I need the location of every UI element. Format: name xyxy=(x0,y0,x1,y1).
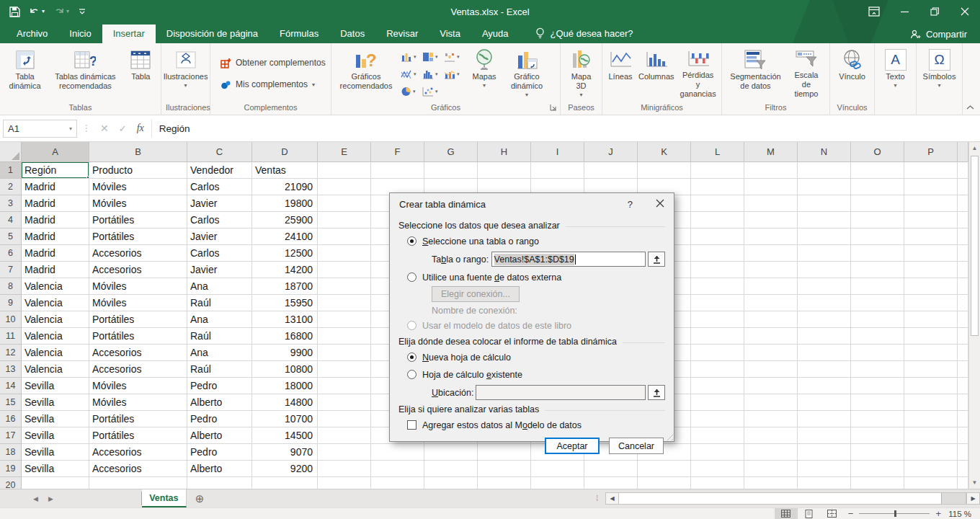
cell-K1[interactable] xyxy=(638,162,691,179)
cell-G19[interactable] xyxy=(424,461,478,477)
cell-L14[interactable] xyxy=(691,378,744,394)
cell-partial-13[interactable] xyxy=(958,361,968,378)
cell-D20[interactable] xyxy=(252,477,318,489)
accept-button[interactable]: Aceptar xyxy=(545,438,600,454)
cell-partial-14[interactable] xyxy=(958,378,968,394)
row-header-11[interactable]: 11 xyxy=(0,328,22,345)
cell-O6[interactable] xyxy=(851,245,904,262)
cell-partial-15[interactable] xyxy=(958,394,968,411)
column-header-G[interactable]: G xyxy=(424,142,478,162)
cell-C3[interactable]: Javier xyxy=(187,195,252,212)
dialog-help-icon[interactable]: ? xyxy=(628,199,633,210)
column-header-N[interactable]: N xyxy=(798,142,851,162)
cell-L11[interactable] xyxy=(691,328,744,345)
cell-M8[interactable] xyxy=(744,278,798,295)
cell-E14[interactable] xyxy=(318,378,371,394)
cell-A2[interactable]: Madrid xyxy=(22,179,89,195)
cell-D17[interactable]: 14500 xyxy=(252,427,318,444)
cell-F19[interactable] xyxy=(371,461,424,477)
cell-C7[interactable]: Javier xyxy=(187,262,252,278)
dialog-titlebar[interactable]: Crear tabla dinámica ? xyxy=(390,193,674,215)
radio-off-icon[interactable] xyxy=(407,272,416,282)
cell-L16[interactable] xyxy=(691,411,744,427)
cell-A5[interactable]: Madrid xyxy=(22,229,89,245)
cell-L9[interactable] xyxy=(691,295,744,311)
cell-P10[interactable] xyxy=(904,311,958,328)
checkbox-add-to-data-model[interactable]: Agregar estos datos al Modelo de datos xyxy=(407,418,665,432)
cell-N9[interactable] xyxy=(798,295,851,311)
cell-B19[interactable]: Accesorios xyxy=(89,461,187,477)
cell-O15[interactable] xyxy=(851,394,904,411)
cell-C20[interactable] xyxy=(187,477,252,489)
cell-M15[interactable] xyxy=(744,394,798,411)
cell-D16[interactable]: 10700 xyxy=(252,411,318,427)
column-header-P[interactable]: P xyxy=(904,142,958,162)
cell-D1[interactable]: Ventas xyxy=(252,162,318,179)
cell-C5[interactable]: Javier xyxy=(187,229,252,245)
cell-N12[interactable] xyxy=(798,345,851,361)
cell-L7[interactable] xyxy=(691,262,744,278)
cell-P18[interactable] xyxy=(904,444,958,461)
cell-partial-16[interactable] xyxy=(958,411,968,427)
cell-H1[interactable] xyxy=(478,162,531,179)
cell-D12[interactable]: 9900 xyxy=(252,345,318,361)
cell-N16[interactable] xyxy=(798,411,851,427)
tab-fórmulas[interactable]: Fórmulas xyxy=(269,25,329,43)
slicer-button[interactable]: Segmentación de datos xyxy=(725,45,786,100)
cell-E19[interactable] xyxy=(318,461,371,477)
cell-P14[interactable] xyxy=(904,378,958,394)
cell-D2[interactable]: 21090 xyxy=(252,179,318,195)
cell-partial-6[interactable] xyxy=(958,245,968,262)
cell-partial-12[interactable] xyxy=(958,345,968,361)
cell-L13[interactable] xyxy=(691,361,744,378)
cell-partial-19[interactable] xyxy=(958,461,968,477)
cell-N6[interactable] xyxy=(798,245,851,262)
illustrations-button[interactable]: Ilustraciones ▾ xyxy=(164,45,208,100)
cell-C6[interactable]: Carlos xyxy=(187,245,252,262)
cell-L2[interactable] xyxy=(691,179,744,195)
cell-E11[interactable] xyxy=(318,328,371,345)
row-header-2[interactable]: 2 xyxy=(0,179,22,195)
cell-D5[interactable]: 24100 xyxy=(252,229,318,245)
timeline-button[interactable]: Escala de tiempo xyxy=(786,45,827,100)
radio-on-icon[interactable] xyxy=(407,236,416,246)
cell-I19[interactable] xyxy=(531,461,584,477)
cell-partial-3[interactable] xyxy=(958,195,968,212)
cancel-button[interactable]: Cancelar xyxy=(609,438,664,454)
cell-O20[interactable] xyxy=(851,477,904,489)
cell-L18[interactable] xyxy=(691,444,744,461)
cell-partial-8[interactable] xyxy=(958,278,968,295)
cell-M9[interactable] xyxy=(744,295,798,311)
radio-off-icon[interactable] xyxy=(407,370,416,379)
cell-M4[interactable] xyxy=(744,212,798,229)
column-header-F[interactable]: F xyxy=(371,142,424,162)
row-header-9[interactable]: 9 xyxy=(0,295,22,311)
cell-N14[interactable] xyxy=(798,378,851,394)
cell-N7[interactable] xyxy=(798,262,851,278)
row-header-18[interactable]: 18 xyxy=(0,444,22,461)
cell-B20[interactable] xyxy=(89,477,187,489)
cell-P20[interactable] xyxy=(904,477,958,489)
cell-E15[interactable] xyxy=(318,394,371,411)
cell-N11[interactable] xyxy=(798,328,851,345)
cell-N2[interactable] xyxy=(798,179,851,195)
cell-partial-18[interactable] xyxy=(958,444,968,461)
cell-C8[interactable]: Ana xyxy=(187,278,252,295)
cell-A6[interactable]: Madrid xyxy=(22,245,89,262)
location-picker-button[interactable] xyxy=(648,385,665,400)
cell-L15[interactable] xyxy=(691,394,744,411)
cell-F1[interactable] xyxy=(371,162,424,179)
cell-B1[interactable]: Producto xyxy=(89,162,187,179)
cell-P12[interactable] xyxy=(904,345,958,361)
cell-O1[interactable] xyxy=(851,162,904,179)
cell-M17[interactable] xyxy=(744,427,798,444)
row-header-1[interactable]: 1 xyxy=(0,162,22,179)
cell-C13[interactable]: Raúl xyxy=(187,361,252,378)
tab-archivo[interactable]: Archivo xyxy=(6,25,58,43)
zoom-slider-thumb[interactable] xyxy=(894,510,896,517)
cell-J1[interactable] xyxy=(584,162,638,179)
cell-N19[interactable] xyxy=(798,461,851,477)
cell-D19[interactable]: 9200 xyxy=(252,461,318,477)
line-chart-button[interactable]: ▾ xyxy=(399,66,421,83)
insert-function-icon[interactable]: fx xyxy=(137,123,144,134)
